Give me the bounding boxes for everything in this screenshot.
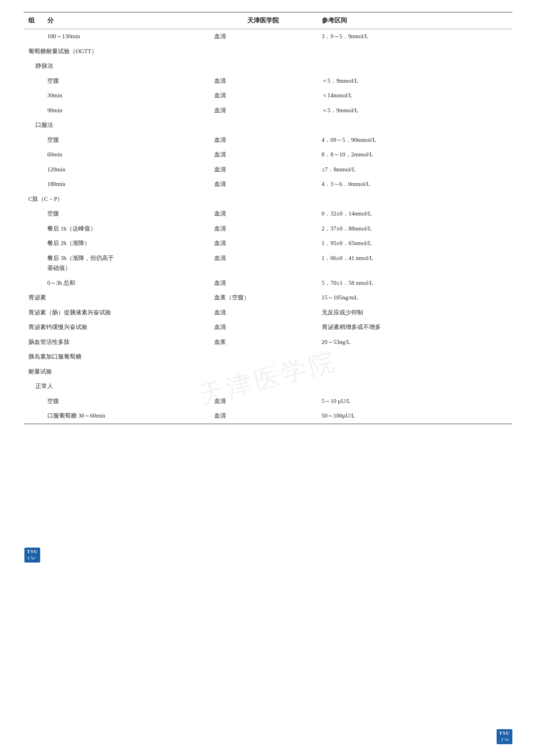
col-group-header: 组 分 (24, 12, 210, 29)
table-row: 空腹血清＜5．9mmol/L (24, 74, 512, 89)
group-cell: 耐量试验 (24, 364, 210, 379)
sample-cell: 血清 (210, 74, 317, 89)
table-row: 口服法 (24, 118, 512, 133)
sample-cell (210, 118, 317, 133)
ref-cell (317, 349, 512, 364)
group-cell: 正常人 (24, 379, 210, 394)
table-row: 空腹血清5～10 μU/L (24, 394, 512, 409)
group-cell: C肽（C－P） (24, 192, 210, 207)
ref-cell: 5．70±1．58 nmol/L (317, 276, 512, 291)
table-row: 60min血清8．8～10．2mmol/L (24, 147, 512, 162)
ref-cell: 8．8～10．2mmol/L (317, 147, 512, 162)
table-row: 耐量试验 (24, 364, 512, 379)
ref-cell: 胃泌素稍增多或不增多 (317, 320, 512, 335)
table-row: 180min血清4．3～6．0mmol/L (24, 177, 512, 192)
ref-cell (317, 364, 512, 379)
table-row: 口服葡萄糖 30～60min血清50～100μU/L (24, 409, 512, 424)
sample-cell (210, 192, 317, 207)
col-ref-header: 参考区间 (317, 12, 512, 29)
sample-cell: 血清 (210, 206, 317, 221)
group-cell: 100～130min (24, 29, 210, 44)
table-row: 30min血清＜14mmol/L (24, 88, 512, 103)
sample-cell: 血清 (210, 133, 317, 148)
group-cell: 口服葡萄糖 30～60min (24, 409, 210, 424)
col-sample-header: 天津医学院 (210, 12, 317, 29)
group-cell: 60min (24, 147, 210, 162)
sample-cell: 血清 (210, 251, 317, 276)
ref-cell: 1．06±0．41 nmol/L (317, 251, 512, 276)
ref-cell: 20～53ng/L (317, 335, 512, 350)
ref-cell: 15～105ng/mL (317, 290, 512, 305)
table-row: 120min血清≤7．8mmol/L (24, 162, 512, 177)
ref-cell (317, 192, 512, 207)
table-row: 胃泌素血浆（空腹）15～105ng/mL (24, 290, 512, 305)
sample-cell (210, 349, 317, 364)
group-cell: 餐后 3h（渐降，但仍高于 基础值） (24, 251, 210, 276)
sample-cell: 血清 (210, 221, 317, 236)
table-row: 100～130min血清3．9～5．9nmol/L (24, 29, 512, 44)
ref-cell: 0．32±0．14nmol/L (317, 206, 512, 221)
table-row: 葡萄糖耐量试验（OGTT） (24, 44, 512, 59)
ref-cell (317, 59, 512, 74)
ref-cell: 无反应或少抑制 (317, 305, 512, 320)
sample-cell: 血清 (210, 320, 317, 335)
tsu-badge-label: TSUTW (24, 548, 40, 563)
table-row: 空腹血清0．32±0．14nmol/L (24, 206, 512, 221)
group-cell: 口服法 (24, 118, 210, 133)
sample-cell: 血浆（空腹） (210, 290, 317, 305)
group-cell: 胃泌素 (24, 290, 210, 305)
table-row: 胃泌素（肠）促胰液素兴奋试验血清无反应或少抑制 (24, 305, 512, 320)
group-cell: 180min (24, 177, 210, 192)
tsu-badge-bottom: TSU.TW (497, 729, 512, 744)
group-cell: 空腹 (24, 74, 210, 89)
table-row: 0～3h 总和血清5．70±1．58 nmol/L (24, 276, 512, 291)
table-row: 胰岛素加口服葡萄糖 (24, 349, 512, 364)
sample-cell: 血清 (210, 305, 317, 320)
group-cell: 空腹 (24, 394, 210, 409)
table-row: 正常人 (24, 379, 512, 394)
sample-cell: 血清 (210, 29, 317, 44)
group-cell: 餐后 1h（达峰值） (24, 221, 210, 236)
ref-cell: 2．37±0．88nmol/L (317, 221, 512, 236)
ref-cell: 5～10 μU/L (317, 394, 512, 409)
table-row: 90min血清＜5．9mmol/L (24, 103, 512, 118)
ref-cell: ＜5．9mmol/L (317, 103, 512, 118)
sample-cell: 血清 (210, 276, 317, 291)
table-row: 胃泌素钙缓慢兴奋试验血清胃泌素稍增多或不增多 (24, 320, 512, 335)
group-cell: 肠血管活性多肽 (24, 335, 210, 350)
group-cell: 30min (24, 88, 210, 103)
tsu-badge-bottom-label: TSU.TW (497, 729, 512, 744)
table-row: 餐后 2h（渐降）血清1．95±0．65nmol/L (24, 236, 512, 251)
sample-cell (210, 364, 317, 379)
sample-cell: 血清 (210, 147, 317, 162)
sample-cell: 血清 (210, 177, 317, 192)
group-cell: 90min (24, 103, 210, 118)
group-cell: 0～3h 总和 (24, 276, 210, 291)
sample-cell: 血清 (210, 162, 317, 177)
table-header-row: 组 分 天津医学院 参考区间 (24, 12, 512, 29)
group-cell: 胰岛素加口服葡萄糖 (24, 349, 210, 364)
table-row: 餐后 1h（达峰值）血清2．37±0．88nmol/L (24, 221, 512, 236)
ref-cell (317, 379, 512, 394)
group-cell: 餐后 2h（渐降） (24, 236, 210, 251)
sample-cell: 血浆 (210, 335, 317, 350)
group-cell: 空腹 (24, 206, 210, 221)
ref-cell: ≤7．8mmol/L (317, 162, 512, 177)
sample-cell (210, 379, 317, 394)
table-row: 空腹血清4．09～5．90mmol/L (24, 133, 512, 148)
ref-cell: 50～100μU/L (317, 409, 512, 424)
ref-cell: ＜14mmol/L (317, 88, 512, 103)
table-row: 餐后 3h（渐降，但仍高于 基础值）血清1．06±0．41 nmol/L (24, 251, 512, 276)
group-cell: 空腹 (24, 133, 210, 148)
ref-cell (317, 44, 512, 59)
group-cell: 葡萄糖耐量试验（OGTT） (24, 44, 210, 59)
ref-cell: 4．3～6．0mmol/L (317, 177, 512, 192)
ref-cell: 3．9～5．9nmol/L (317, 29, 512, 44)
sample-cell: 血清 (210, 409, 317, 424)
sample-cell: 血清 (210, 236, 317, 251)
table-row: 肠血管活性多肽血浆20～53ng/L (24, 335, 512, 350)
ref-cell: ＜5．9mmol/L (317, 74, 512, 89)
ref-cell: 1．95±0．65nmol/L (317, 236, 512, 251)
group-cell: 胃泌素钙缓慢兴奋试验 (24, 320, 210, 335)
tsu-badge-top: TSUTW (24, 548, 40, 563)
